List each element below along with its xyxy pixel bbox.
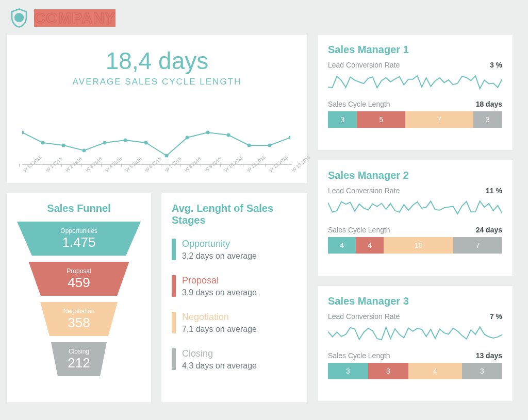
mgr-stackbar: 44107	[328, 237, 502, 254]
card-manager: Sales Manager 3Lead Conversion Rate7 %Sa…	[317, 285, 513, 402]
stack-segment: 4	[328, 237, 356, 254]
mgr-lcr-label: Lead Conversion Rate	[328, 312, 400, 321]
mgr-sparkline	[328, 324, 502, 343]
stack-segment: 3	[368, 363, 408, 379]
funnel-segment: Proposal459	[29, 262, 129, 296]
svg-point-8	[165, 154, 169, 158]
card-stages: Avg. Lenght of Sales Stages Opportunity3…	[161, 193, 308, 403]
stage-color-bar	[172, 348, 176, 370]
svg-point-2	[41, 141, 45, 145]
stage-avg: 3,2 days on average	[182, 251, 257, 261]
funnel-label: Proposal	[29, 267, 129, 275]
mgr-scl-label: Sales Cycle Length	[328, 100, 390, 108]
mgr-sparkline	[328, 72, 502, 92]
stack-segment: 5	[357, 111, 405, 128]
mgr-name: Sales Manager 3	[328, 295, 502, 307]
svg-point-11	[227, 133, 230, 137]
avg-cycle-xaxis: W 53 2015W 1 2016W 2 2016W 3 2016W 4 201…	[22, 164, 292, 179]
stack-segment: 3	[462, 363, 502, 379]
svg-point-3	[62, 144, 65, 147]
svg-point-4	[82, 149, 86, 153]
funnel-label: Negotiation	[40, 308, 118, 315]
card-avg-cycle: 18,4 days AVERAGE SALES CYCLE LENGTH W 5…	[6, 34, 308, 183]
mgr-lcr-label: Lead Conversion Rate	[328, 187, 400, 195]
card-manager: Sales Manager 2Lead Conversion Rate11 %S…	[317, 160, 513, 276]
stages-title: Avg. Lenght of Sales Stages	[172, 203, 297, 226]
svg-point-14	[289, 136, 291, 140]
stack-segment: 4	[356, 237, 384, 254]
stage-name: Proposal	[182, 275, 257, 286]
svg-point-5	[103, 141, 107, 145]
funnel-segment: Opportunities1.475	[17, 222, 141, 256]
stage-item: Closing4,3 days on average	[172, 348, 297, 371]
funnel-value: 1.475	[17, 234, 141, 250]
mgr-sparkline	[328, 198, 502, 217]
mgr-scl-value: 24 days	[476, 226, 502, 234]
shield-check-icon	[8, 7, 30, 29]
svg-point-9	[186, 136, 189, 140]
stack-segment: 3	[328, 111, 357, 128]
stack-segment: 3	[473, 111, 502, 128]
svg-point-6	[124, 139, 127, 142]
stage-name: Closing	[182, 348, 257, 359]
mgr-name: Sales Manager 2	[328, 170, 502, 181]
mgr-name: Sales Manager 1	[328, 44, 502, 56]
svg-point-13	[268, 144, 272, 147]
card-manager: Sales Manager 1Lead Conversion Rate3 %Sa…	[317, 34, 513, 150]
stack-segment: 10	[384, 237, 453, 254]
managers-column: Sales Manager 1Lead Conversion Rate3 %Sa…	[317, 34, 513, 403]
header: COMPANY	[6, 5, 522, 34]
svg-point-12	[248, 144, 251, 147]
funnel-value: 212	[51, 355, 107, 371]
stage-name: Opportunity	[182, 239, 257, 249]
mgr-stackbar: 3573	[328, 111, 502, 128]
stage-color-bar	[172, 275, 176, 297]
stage-color-bar	[172, 239, 176, 260]
mgr-lcr-value: 11 %	[486, 187, 502, 195]
stage-avg: 4,3 days on average	[182, 361, 257, 371]
card-funnel: Sales Funnel Opportunities1.475Proposal4…	[6, 193, 152, 403]
stack-segment: 4	[408, 363, 462, 379]
mgr-lcr-value: 3 %	[490, 61, 502, 69]
funnel-value: 358	[40, 315, 118, 331]
avg-cycle-chart	[22, 122, 290, 163]
funnel-label: Closing	[51, 348, 107, 355]
mgr-scl-value: 18 days	[476, 100, 502, 108]
avg-cycle-value: 18,4 days	[17, 47, 297, 75]
stage-item: Proposal3,9 days on average	[172, 275, 297, 297]
mgr-scl-label: Sales Cycle Length	[328, 351, 390, 360]
mgr-lcr-value: 7 %	[490, 312, 502, 321]
funnel-label: Opportunities	[17, 227, 141, 234]
stages-list: Opportunity3,2 days on averageProposal3,…	[172, 239, 297, 371]
stage-item: Opportunity3,2 days on average	[172, 239, 297, 261]
logo: COMPANY	[8, 7, 116, 29]
stage-avg: 3,9 days on average	[182, 288, 257, 297]
mgr-scl-value: 13 days	[476, 351, 502, 360]
mgr-stackbar: 3343	[328, 363, 502, 379]
stage-item: Negotiation7,1 days on average	[172, 312, 297, 334]
stage-name: Negotiation	[182, 312, 257, 323]
svg-point-7	[144, 141, 148, 145]
funnel-segment: Negotiation358	[40, 302, 118, 336]
stack-segment: 7	[453, 237, 502, 254]
svg-point-10	[206, 131, 210, 135]
stage-color-bar	[172, 312, 176, 333]
funnel-chart: Opportunities1.475Proposal459Negotiation…	[17, 222, 141, 376]
stack-segment: 7	[405, 111, 473, 128]
avg-cycle-label: AVERAGE SALES CYCLE LENGTH	[17, 77, 297, 87]
funnel-segment: Closing212	[51, 342, 107, 376]
stack-segment: 3	[328, 363, 368, 379]
funnel-value: 459	[29, 275, 129, 291]
mgr-scl-label: Sales Cycle Length	[328, 226, 390, 234]
mgr-lcr-label: Lead Conversion Rate	[328, 61, 400, 69]
stage-avg: 7,1 days on average	[182, 325, 257, 334]
company-name: COMPANY	[34, 9, 116, 27]
funnel-title: Sales Funnel	[17, 203, 141, 214]
